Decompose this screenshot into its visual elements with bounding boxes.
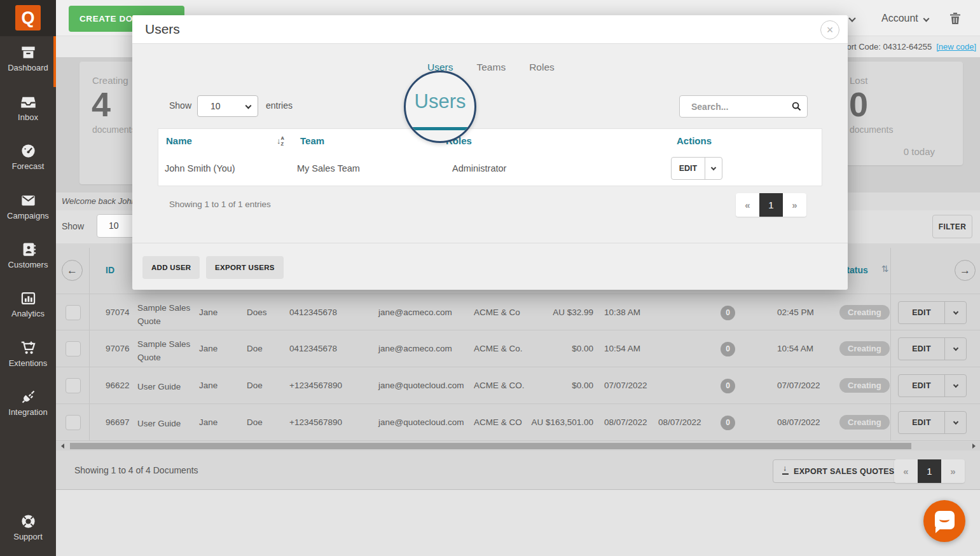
pagination-next[interactable]: » [783,193,806,217]
cell-date: 07/07/2022 [604,381,647,390]
cell-first-name: Jane [199,308,217,317]
sort-icon[interactable]: ⇅ [881,264,889,274]
edit-button-label[interactable]: EDIT [899,302,944,323]
row-checkbox[interactable] [66,305,81,320]
pagination-next[interactable]: » [941,459,965,483]
scrollbar-thumb[interactable] [70,443,911,449]
export-users-button[interactable]: EXPORT USERS [206,256,284,279]
column-header-name[interactable]: Name [166,135,192,146]
entries-select-value: 10 [210,101,221,111]
chevron-down-icon[interactable] [848,15,855,22]
column-header-team[interactable]: Team [300,135,324,146]
pagination-page-1[interactable]: 1 [918,459,941,483]
chevron-down-icon [245,103,252,109]
edit-dropdown-toggle[interactable] [944,302,966,323]
status-badge: Creating [839,378,890,393]
edit-dropdown-toggle[interactable] [944,338,966,360]
cell-email: jane@acmeco.com [378,308,452,317]
sidebar-item-extentions[interactable]: Extentions [0,332,56,381]
sidebar-item-integration[interactable]: Integration [0,381,56,430]
search-input[interactable] [679,95,808,118]
sidebar-item-inbox[interactable]: Inbox [0,86,56,135]
cell-amount: AU $163,501.00 [514,417,593,427]
entries-label: entries [266,100,293,111]
edit-button-label[interactable]: EDIT [899,375,944,397]
close-icon[interactable]: × [820,20,839,39]
cell-document-name: Sample Sales Quote [137,302,193,329]
column-divider [890,330,891,367]
stat-today: 0 today [904,146,935,157]
users-pagination: « 1 » [736,193,806,217]
filter-button[interactable]: FILTER [932,215,972,238]
cell-last-name: Does [247,308,267,317]
stat-card-lost: Lost 0 documents 0 today [837,62,963,165]
sidebar-item-customers[interactable]: Customers [0,233,56,283]
edit-dropdown-toggle[interactable] [944,412,966,433]
column-header-id[interactable]: ID [106,265,114,275]
edit-split-button[interactable]: EDIT [898,337,967,360]
user-name-cell: John Smith (You) [165,163,235,173]
sidebar-item-support[interactable]: Support [0,505,56,555]
new-code-link[interactable]: [new code] [936,42,976,51]
sidebar-item-campaigns[interactable]: Campaigns [0,184,56,234]
row-checkbox[interactable] [66,415,81,430]
envelope-icon [20,192,37,209]
scrollbar-right-arrow[interactable] [967,442,980,451]
documents-table-body: 97074 Sample Sales Quote Jane Does 04123… [56,294,980,441]
chat-launcher-button[interactable] [923,500,965,542]
account-menu[interactable]: Account [881,13,918,24]
cell-email: jane@quotecloud.com [378,381,464,390]
sidebar-item-analytics[interactable]: Analytics [0,282,56,332]
cell-date: 10:38 AM [604,308,640,317]
user-roles-cell: Administrator [452,163,506,173]
edit-button-label[interactable]: EDIT [899,338,944,360]
edit-dropdown-toggle[interactable] [705,158,722,179]
export-sales-quotes-button[interactable]: EXPORT SALES QUOTES [773,459,906,483]
status-badge: Creating [839,341,890,356]
trash-icon[interactable] [948,10,963,27]
table-scroll-right-button[interactable]: → [955,260,976,281]
users-modal: Users × Users Teams Roles Show 10 entrie… [132,15,848,290]
pagination-prev[interactable]: « [894,459,918,483]
edit-split-button[interactable]: EDIT [898,411,967,434]
sort-icon[interactable]: ↓ AZ [277,135,284,147]
inbox-tray-icon [20,93,37,111]
modal-footer-divider [132,243,848,243]
cell-document-name: User Guide [137,417,193,431]
cell-company: ACME & Co [474,308,520,317]
row-checkbox[interactable] [66,341,81,356]
cell-id: 96697 [106,417,130,427]
edit-button-label[interactable]: EDIT [672,158,705,179]
edit-split-button[interactable]: EDIT [671,157,722,180]
sidebar-item-forecast[interactable]: Forecast [0,135,56,184]
edit-split-button[interactable]: EDIT [898,374,967,397]
pagination-prev[interactable]: « [736,193,759,217]
documents-footer: Showing 1 to 4 of 4 Documents EXPORT SAL… [56,451,980,490]
table-scroll-left-button[interactable]: ← [62,260,83,281]
tab-teams[interactable]: Teams [476,62,506,73]
stat-unit: documents [850,125,893,135]
edit-dropdown-toggle[interactable] [944,375,966,397]
edit-split-button[interactable]: EDIT [898,301,967,324]
tab-roles[interactable]: Roles [529,62,555,73]
gauge-icon [20,142,37,159]
sidebar-item-dashboard[interactable]: Dashboard [0,36,56,86]
page-size-value: 10 [109,220,119,231]
add-user-button[interactable]: ADD USER [142,256,200,279]
documents-pagination: « 1 » [894,459,965,483]
download-icon [782,468,789,475]
stat-unit: documents [92,125,135,135]
entries-select[interactable]: 10 [197,95,258,117]
logo-block[interactable]: Q [0,0,56,36]
pagination-page-1[interactable]: 1 [759,193,783,217]
sort-letter-z: Z [281,141,284,147]
modal-title: Users [145,22,180,37]
scrollbar-left-arrow[interactable] [56,442,69,451]
edit-button-label[interactable]: EDIT [899,412,944,433]
chevron-down-icon [953,345,958,350]
column-header-actions: Actions [677,135,712,146]
row-checkbox[interactable] [66,378,81,393]
horizontal-scrollbar[interactable] [56,442,980,451]
show-label: Show [62,221,84,231]
triangle-left-icon [61,444,64,449]
